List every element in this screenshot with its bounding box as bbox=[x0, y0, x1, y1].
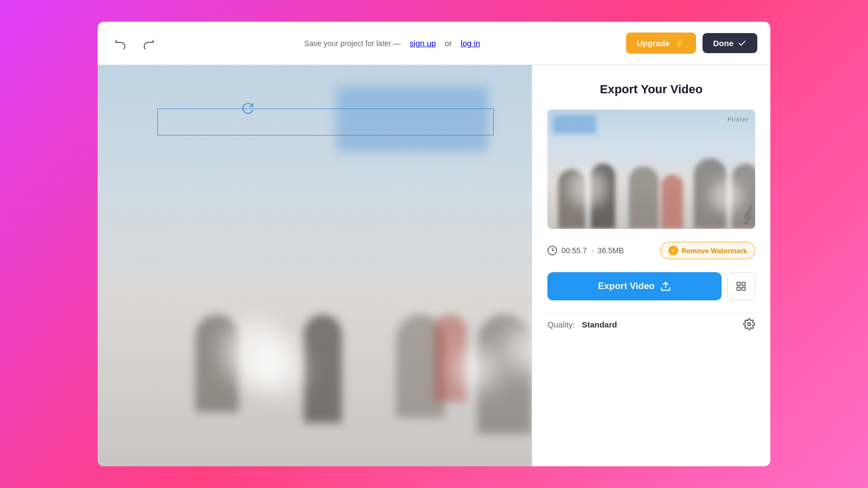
toolbar-right: Upgrade ⚡ Done bbox=[626, 33, 757, 54]
canvas-area bbox=[98, 65, 532, 466]
done-button[interactable]: Done bbox=[703, 33, 758, 53]
toolbar-left bbox=[111, 34, 158, 53]
quality-settings-button[interactable] bbox=[743, 318, 755, 330]
thumb-sil-3 bbox=[629, 166, 659, 229]
share-button[interactable] bbox=[727, 272, 755, 300]
watermark-text: Flixier bbox=[727, 116, 749, 123]
blob-3 bbox=[456, 347, 499, 390]
share-icon bbox=[736, 281, 746, 292]
undo-button[interactable] bbox=[111, 34, 130, 53]
rotation-handle[interactable] bbox=[241, 102, 254, 115]
remove-watermark-button[interactable]: ⚡ Remove Watermark bbox=[660, 242, 755, 259]
export-panel: Export Your Video Flixier 𝄞 bbox=[532, 65, 770, 466]
quality-value: Standard bbox=[582, 320, 617, 329]
info-row: 00:55.7 · 36.5MB ⚡ Remove Watermark bbox=[547, 242, 755, 259]
export-upload-icon bbox=[660, 281, 671, 292]
thumb-blob-1 bbox=[569, 169, 607, 207]
blue-shape bbox=[336, 87, 488, 152]
toolbar: Save your project for later — sign up or… bbox=[98, 22, 770, 65]
svg-rect-3 bbox=[742, 287, 745, 291]
duration-info: 00:55.7 · 36.5MB bbox=[547, 246, 624, 255]
redo-button[interactable] bbox=[139, 34, 158, 53]
export-video-label: Export Video bbox=[598, 281, 655, 292]
upgrade-button[interactable]: Upgrade ⚡ bbox=[626, 33, 696, 54]
export-video-button[interactable]: Export Video bbox=[547, 272, 722, 300]
export-row: Export Video bbox=[547, 272, 755, 300]
app-container: Save your project for later — sign up or… bbox=[98, 22, 770, 466]
video-thumbnail: Flixier 𝄞 bbox=[547, 110, 755, 229]
thumb-blue-shape bbox=[553, 115, 596, 134]
panel-title: Export Your Video bbox=[547, 82, 755, 97]
quality-row: Quality: Standard bbox=[547, 313, 755, 330]
gear-icon bbox=[743, 318, 755, 330]
svg-rect-4 bbox=[737, 287, 741, 291]
duration-text: 00:55.7 bbox=[561, 246, 587, 255]
svg-point-5 bbox=[748, 323, 751, 326]
upgrade-label: Upgrade bbox=[637, 38, 670, 48]
thumb-sil-4 bbox=[661, 175, 683, 229]
blob-2 bbox=[250, 342, 304, 396]
remove-watermark-icon: ⚡ bbox=[668, 246, 678, 255]
main-content: Export Your Video Flixier 𝄞 bbox=[98, 65, 770, 466]
svg-rect-1 bbox=[737, 282, 741, 286]
svg-rect-2 bbox=[742, 282, 745, 286]
separator: · bbox=[591, 246, 593, 255]
watermark-br: 𝄞 bbox=[742, 207, 751, 224]
silhouette-2 bbox=[304, 314, 342, 423]
clock-icon bbox=[547, 246, 557, 255]
quality-label: Quality: Standard bbox=[547, 320, 617, 329]
done-label: Done bbox=[713, 38, 734, 48]
remove-watermark-label: Remove Watermark bbox=[681, 247, 747, 255]
or-text: or bbox=[445, 38, 452, 48]
toolbar-center: Save your project for later — sign up or… bbox=[304, 38, 480, 48]
thumb-blob-2 bbox=[710, 180, 743, 213]
lightning-icon: ⚡ bbox=[674, 38, 685, 48]
signup-link[interactable]: sign up bbox=[410, 38, 436, 48]
file-size: 36.5MB bbox=[598, 246, 624, 255]
video-preview bbox=[98, 65, 532, 466]
thumbnail-inner: Flixier 𝄞 bbox=[547, 110, 755, 229]
save-prompt: Save your project for later — bbox=[304, 39, 401, 48]
login-link[interactable]: log in bbox=[461, 38, 480, 48]
